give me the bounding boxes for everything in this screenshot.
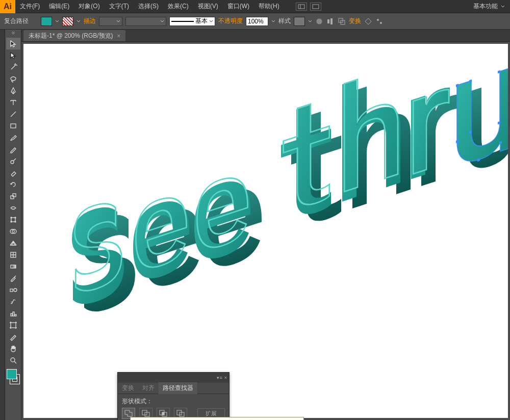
zoom-tool[interactable]: [6, 354, 20, 366]
fill-swatch[interactable]: [41, 17, 52, 26]
workspace-label: 基本功能: [473, 2, 498, 11]
blob-brush-tool[interactable]: [6, 155, 20, 167]
magic-wand-tool[interactable]: [6, 61, 20, 73]
eyedropper-tool[interactable]: [6, 272, 20, 284]
isolate-icon[interactable]: [364, 17, 372, 25]
stroke-label[interactable]: 描边: [84, 17, 96, 25]
control-bar: 复合路径 描边 基本 不透明度 100% 样式 变换: [0, 13, 510, 30]
menu-select[interactable]: 选择(S): [134, 2, 163, 11]
eraser-tool[interactable]: [6, 167, 20, 178]
variable-width-dropdown[interactable]: [125, 17, 166, 26]
perspective-grid-tool[interactable]: [6, 237, 20, 249]
chevron-down-icon[interactable]: [55, 19, 59, 23]
svg-point-29: [11, 358, 15, 362]
lasso-tool[interactable]: [6, 73, 20, 85]
tooltip: 联集（按住 Alt 键单击，以创建一个复合形状，并添加到形状区域）: [130, 417, 304, 420]
svg-point-3: [316, 18, 322, 24]
svg-rect-26: [13, 312, 14, 316]
rectangle-tool[interactable]: [6, 120, 20, 132]
menu-edit[interactable]: 编辑(E): [44, 2, 74, 11]
panel-header: ▾≡ ×: [118, 373, 229, 383]
tab-transform[interactable]: 变换: [118, 382, 138, 394]
tab-pathfinder[interactable]: 路径查找器: [159, 382, 197, 394]
pathfinder-panel[interactable]: ▾≡ × 变换 对齐 路径查找器 形状模式： 扩展: [117, 372, 230, 420]
svg-point-16: [15, 217, 16, 218]
brush-def-dropdown[interactable]: 基本: [169, 17, 215, 26]
svg-point-24: [14, 288, 17, 292]
layout-icon-2[interactable]: [310, 3, 321, 11]
fill-indicator[interactable]: [7, 369, 17, 379]
gradient-tool[interactable]: [6, 260, 20, 272]
select-similar-icon[interactable]: [375, 17, 384, 25]
free-transform-tool[interactable]: [6, 214, 20, 225]
panel-menu-icon[interactable]: ▾≡: [217, 375, 222, 380]
svg-rect-22: [11, 265, 16, 268]
document-tab[interactable]: 未标题-1* @ 200% (RGB/预览) ×: [23, 30, 125, 41]
app-menubar: Ai 文件(F) 编辑(E) 对象(O) 文字(T) 选择(S) 效果(C) 视…: [0, 0, 510, 13]
app-logo: Ai: [0, 0, 15, 13]
selection-tool[interactable]: [6, 38, 20, 49]
menu-object[interactable]: 对象(O): [74, 2, 104, 11]
chevron-down-icon: [501, 5, 505, 9]
symbol-sprayer-tool[interactable]: [6, 296, 20, 307]
menu-help[interactable]: 帮助(H): [254, 2, 284, 11]
stroke-swatch[interactable]: [62, 17, 73, 26]
graphic-style-swatch[interactable]: [294, 17, 305, 26]
hand-tool[interactable]: [6, 343, 20, 354]
artboard[interactable]: [23, 44, 508, 418]
svg-point-8: [377, 19, 379, 21]
artboard-tool[interactable]: [6, 319, 20, 331]
brush-def-label: 基本: [195, 17, 208, 25]
fill-stroke-indicator[interactable]: [6, 368, 21, 385]
close-icon[interactable]: ×: [224, 375, 227, 380]
svg-rect-13: [13, 194, 16, 197]
scale-tool[interactable]: [6, 190, 20, 202]
toolbox-collapse-icon[interactable]: [6, 32, 20, 38]
svg-point-17: [11, 221, 12, 222]
chevron-down-icon[interactable]: [76, 19, 81, 23]
workspace: 未标题-1* @ 200% (RGB/预览) ×: [0, 30, 510, 420]
align-icon[interactable]: [326, 17, 335, 25]
shape-modes-label: 形状模式：: [122, 397, 225, 406]
opacity-field[interactable]: 100%: [246, 17, 268, 26]
tab-align[interactable]: 对齐: [138, 382, 159, 394]
menu-type[interactable]: 文字(T): [105, 2, 134, 11]
recolor-icon[interactable]: [315, 17, 323, 25]
slice-tool[interactable]: [6, 331, 20, 343]
type-tool[interactable]: [6, 96, 20, 108]
mesh-tool[interactable]: [6, 249, 20, 260]
workspace-switcher[interactable]: 基本功能: [468, 2, 510, 11]
svg-rect-12: [11, 196, 14, 199]
shape-builder-tool[interactable]: [6, 225, 20, 237]
transform-label[interactable]: 变换: [349, 17, 361, 25]
column-graph-tool[interactable]: [6, 307, 20, 319]
svg-point-15: [11, 217, 12, 218]
menu-view[interactable]: 视图(V): [193, 2, 223, 11]
chevron-down-icon[interactable]: [271, 19, 275, 23]
paintbrush-tool[interactable]: [6, 132, 20, 143]
shape-icon[interactable]: [338, 17, 346, 25]
width-tool[interactable]: [6, 202, 20, 214]
chevron-down-icon[interactable]: [308, 19, 312, 23]
opacity-label[interactable]: 不透明度: [218, 17, 243, 25]
blend-tool[interactable]: [6, 284, 20, 296]
line-tool[interactable]: [6, 108, 20, 120]
svg-rect-4: [327, 19, 329, 23]
svg-rect-25: [11, 313, 12, 316]
pencil-tool[interactable]: [6, 143, 20, 155]
rotate-tool[interactable]: [6, 178, 20, 190]
document-tab-row: 未标题-1* @ 200% (RGB/预览) ×: [21, 30, 510, 42]
menu-effect[interactable]: 效果(C): [163, 2, 193, 11]
svg-point-18: [15, 221, 16, 222]
pen-tool[interactable]: [6, 85, 20, 96]
artwork: [23, 44, 508, 420]
close-icon[interactable]: ×: [117, 33, 120, 39]
svg-point-9: [380, 22, 382, 24]
menu-file[interactable]: 文件(F): [15, 2, 44, 11]
panel-body: 形状模式： 扩展: [118, 394, 229, 420]
stroke-weight-dropdown[interactable]: [99, 17, 122, 26]
svg-rect-28: [11, 323, 16, 328]
direct-selection-tool[interactable]: [6, 49, 20, 61]
menu-window[interactable]: 窗口(W): [223, 2, 254, 11]
layout-icon-1[interactable]: [296, 3, 307, 11]
